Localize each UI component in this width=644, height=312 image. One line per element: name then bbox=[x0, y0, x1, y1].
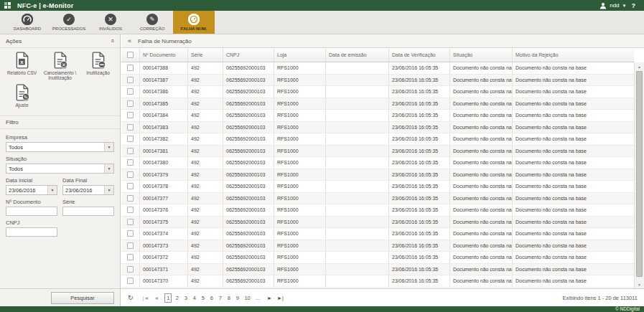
table-cell: 06255692000103 bbox=[223, 193, 274, 204]
table-row[interactable]: 00014738849206255692000103RFS100023/06/2… bbox=[121, 62, 634, 75]
row-checkbox[interactable] bbox=[127, 230, 134, 237]
num-documento-input[interactable] bbox=[6, 207, 57, 216]
vertical-scrollbar[interactable]: ▲ ▼ bbox=[634, 62, 644, 288]
page-button[interactable]: 8 bbox=[225, 294, 232, 302]
row-checkbox[interactable] bbox=[127, 88, 134, 95]
refresh-icon[interactable]: ↻ bbox=[128, 294, 134, 301]
column-header[interactable]: CNPJ bbox=[223, 48, 274, 62]
tab-invalidos[interactable]: ✕ INVÁLIDOS bbox=[90, 11, 131, 34]
page-button[interactable]: 4 bbox=[191, 294, 197, 302]
empresa-value: Todos bbox=[9, 144, 23, 151]
table-row[interactable]: 00014738749206255692000103RFS100023/06/2… bbox=[121, 75, 634, 87]
tab-dashboard[interactable]: DASHBOARD bbox=[6, 11, 48, 34]
scroll-down-icon[interactable]: ▼ bbox=[635, 280, 644, 288]
table-row[interactable]: 00014737749206255692000103RFS100023/06/2… bbox=[121, 193, 634, 205]
row-checkbox[interactable] bbox=[127, 266, 134, 273]
table-cell bbox=[326, 240, 389, 252]
data-inicial-picker[interactable]: 23/06/2016 ▼ bbox=[6, 185, 57, 195]
row-checkbox[interactable] bbox=[127, 183, 134, 189]
chevron-down-icon[interactable]: ▼ bbox=[104, 186, 113, 194]
tab-processados[interactable]: ✓ PROCESSADOS bbox=[48, 11, 90, 34]
row-checkbox[interactable] bbox=[127, 219, 134, 225]
table-row[interactable]: 00014738349206255692000103RFS100023/06/2… bbox=[121, 122, 634, 134]
row-checkbox[interactable] bbox=[127, 112, 134, 118]
table-row[interactable]: 00014738449206255692000103RFS100023/06/2… bbox=[121, 110, 634, 122]
table-cell: 23/06/2016 16:05:35 bbox=[389, 240, 450, 252]
tab-falha-num[interactable]: FALHA NUM. bbox=[173, 11, 215, 34]
row-checkbox[interactable] bbox=[127, 278, 134, 284]
last-page-icon[interactable]: ►| bbox=[276, 296, 285, 301]
column-header[interactable]: Loja bbox=[274, 48, 326, 62]
column-header[interactable]: Situação bbox=[450, 48, 513, 62]
page-button[interactable]: 10 bbox=[243, 294, 251, 302]
table-row[interactable]: 00014738549206255692000103RFS100023/06/2… bbox=[121, 98, 634, 110]
table-row[interactable]: 00014737649206255692000103RFS100023/06/2… bbox=[121, 204, 634, 217]
scrollbar-thumb[interactable] bbox=[636, 71, 643, 277]
check-circle-icon: ✓ bbox=[63, 14, 75, 25]
page-button[interactable]: 6 bbox=[208, 294, 215, 302]
column-header[interactable]: Série bbox=[188, 48, 223, 62]
row-checkbox[interactable] bbox=[127, 207, 134, 213]
tab-correcao[interactable]: ✎ CORREÇÃO bbox=[131, 11, 173, 34]
table-cell: Documento não consta na base bbox=[450, 275, 513, 287]
inutilizacao-button[interactable]: Inutilização bbox=[79, 52, 117, 80]
row-checkbox[interactable] bbox=[127, 77, 134, 83]
row-checkbox[interactable] bbox=[127, 136, 134, 142]
cancelamento-inutilizacao-button[interactable]: ✕ Cancelamento \ Inutilização bbox=[41, 52, 79, 80]
prev-page-icon[interactable]: ◄ bbox=[152, 296, 160, 301]
row-checkbox[interactable] bbox=[127, 148, 134, 154]
table-cell: 23/06/2016 16:05:35 bbox=[389, 157, 450, 169]
chevron-down-icon[interactable]: ▼ bbox=[47, 186, 57, 194]
select-all-checkbox[interactable] bbox=[127, 52, 134, 58]
table-row[interactable]: 00014737949206255692000103RFS100023/06/2… bbox=[121, 169, 634, 181]
help-button[interactable]: ? bbox=[632, 2, 636, 9]
cnpj-input[interactable] bbox=[6, 227, 57, 237]
column-header[interactable]: Nº Documento bbox=[140, 48, 188, 62]
row-checkbox[interactable] bbox=[127, 159, 134, 166]
table-cell: 000147371 bbox=[140, 264, 188, 275]
relatorio-csv-button[interactable]: x Relatório CSV bbox=[3, 52, 41, 80]
table-row[interactable]: 00014737849206255692000103RFS100023/06/2… bbox=[121, 181, 634, 193]
scroll-up-icon[interactable]: ▲ bbox=[635, 62, 644, 70]
table-row[interactable]: 00014737249206255692000103RFS100023/06/2… bbox=[121, 252, 634, 264]
table-row[interactable]: 00014737049206255692000103RFS100023/06/2… bbox=[121, 275, 634, 288]
table-row[interactable]: 00014738049206255692000103RFS100023/06/2… bbox=[121, 157, 634, 169]
next-page-icon[interactable]: ► bbox=[266, 296, 274, 301]
row-checkbox[interactable] bbox=[127, 100, 134, 107]
table-row[interactable]: 00014738649206255692000103RFS100023/06/2… bbox=[121, 86, 634, 98]
pesquisar-button[interactable]: Pesquisar bbox=[51, 292, 114, 304]
table-cell: 23/06/2016 16:05:35 bbox=[389, 133, 450, 145]
row-checkbox[interactable] bbox=[127, 242, 134, 249]
first-page-icon[interactable]: |◄ bbox=[141, 296, 151, 301]
row-checkbox[interactable] bbox=[127, 171, 134, 178]
table-row[interactable]: 00014737149206255692000103RFS100023/06/2… bbox=[121, 264, 634, 276]
page-button[interactable]: 7 bbox=[217, 294, 223, 302]
page-button[interactable]: 3 bbox=[182, 294, 189, 302]
user-menu[interactable]: ndd ▼ bbox=[599, 2, 626, 9]
chevron-down-icon[interactable]: ▼ bbox=[104, 143, 113, 151]
column-header[interactable]: Data de emissão bbox=[326, 48, 389, 62]
collapse-actions-button[interactable]: « bbox=[111, 37, 114, 44]
table-row[interactable]: 00014737549206255692000103RFS100023/06/2… bbox=[121, 217, 634, 229]
table-row[interactable]: 00014737349206255692000103RFS100023/06/2… bbox=[121, 240, 634, 252]
table-row[interactable]: 00014738249206255692000103RFS100023/06/2… bbox=[121, 133, 634, 146]
serie-input[interactable] bbox=[62, 207, 114, 216]
collapse-sidebar-icon[interactable]: « bbox=[128, 37, 131, 44]
row-checkbox[interactable] bbox=[127, 195, 134, 202]
data-final-picker[interactable]: 23/06/2016 ▼ bbox=[62, 185, 114, 195]
table-row[interactable]: 00014738149206255692000103RFS100023/06/2… bbox=[121, 146, 634, 158]
page-button[interactable]: 1 bbox=[164, 293, 172, 303]
empresa-select[interactable]: Todos ▼ bbox=[6, 142, 114, 152]
row-checkbox[interactable] bbox=[127, 254, 134, 260]
chevron-down-icon[interactable]: ▼ bbox=[104, 164, 113, 173]
page-button[interactable]: 2 bbox=[174, 294, 180, 302]
table-row[interactable]: 00014737449206255692000103RFS100023/06/2… bbox=[121, 228, 634, 240]
situacao-select[interactable]: Todos ▼ bbox=[6, 164, 114, 174]
page-button[interactable]: 5 bbox=[200, 294, 206, 302]
ajuste-button[interactable]: ✎ Ajuste bbox=[3, 84, 41, 108]
column-header[interactable]: Data de Verificação bbox=[389, 48, 450, 62]
column-header[interactable]: Motivo da Rejeição bbox=[513, 48, 634, 62]
page-button[interactable]: 9 bbox=[234, 294, 241, 302]
row-checkbox[interactable] bbox=[127, 65, 134, 71]
row-checkbox[interactable] bbox=[127, 124, 134, 131]
